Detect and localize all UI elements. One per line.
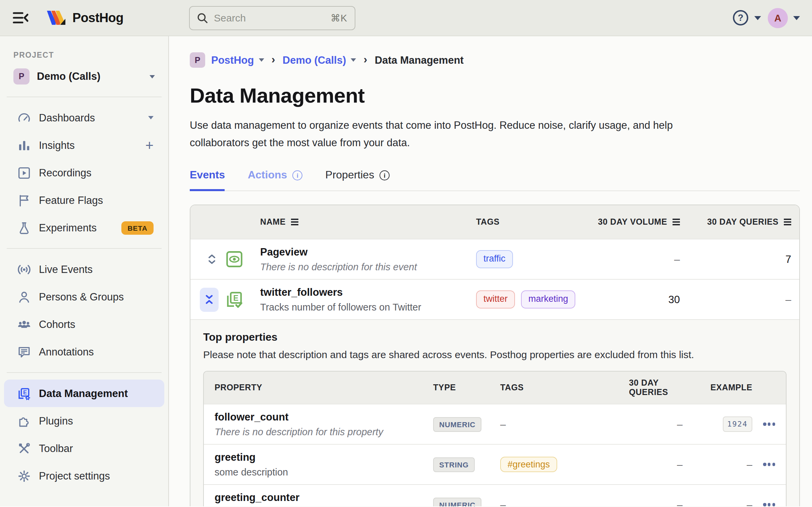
search-shortcut: ⌘K [331, 12, 347, 23]
sidebar-item-label: Plugins [39, 415, 154, 427]
plus-icon[interactable]: + [145, 138, 154, 152]
chevron-down-icon [148, 116, 154, 119]
column-header-volume[interactable]: 30 day volume [597, 217, 691, 227]
sidebar-item-label: Persons & Groups [39, 291, 154, 303]
expand-row-button[interactable] [198, 253, 225, 265]
project-avatar: P [13, 68, 30, 84]
column-header-name[interactable]: Name [260, 217, 476, 227]
type-badge: STRING [433, 457, 475, 472]
project-section-label: PROJECT [0, 46, 168, 66]
tab-label: Properties [325, 169, 374, 181]
tab-actions[interactable]: Actions i [248, 169, 302, 191]
tab-events[interactable]: Events [190, 169, 225, 191]
breadcrumb-project-link[interactable]: Demo (Calls) [283, 54, 356, 66]
breadcrumb: P PostHog › Demo (Calls) › Data Manageme… [190, 52, 800, 68]
flag-icon [17, 193, 31, 207]
tab-bar: Events Actions i Properties i [190, 169, 800, 191]
properties-table-header: Property Type Tags 30 day queries Exampl… [204, 372, 786, 404]
top-properties-title: Top properties [203, 331, 787, 343]
column-header-type: Type [433, 383, 500, 392]
page-title: Data Management [190, 84, 800, 108]
chevron-down-icon [754, 16, 761, 20]
cohorts-icon [17, 318, 31, 331]
sidebar-item-persons-groups[interactable]: Persons & Groups [4, 283, 164, 311]
avatar: A [768, 8, 788, 28]
sidebar-item-label: Insights [39, 139, 137, 151]
sidebar-item-cohorts[interactable]: Cohorts [4, 311, 164, 338]
column-header-label: Example [710, 383, 752, 392]
chevron-right-icon: › [362, 53, 368, 67]
example-value: 1924 [722, 416, 752, 432]
chevron-down-icon [258, 58, 264, 62]
help-menu[interactable]: ? [732, 9, 761, 26]
person-icon [17, 290, 31, 303]
search-input[interactable] [214, 12, 325, 23]
chevron-down-icon [150, 75, 155, 78]
account-menu[interactable]: A [768, 8, 800, 28]
sidebar-item-label: Experiments [39, 222, 113, 234]
column-header-queries: 30 day queries [629, 378, 683, 397]
queries-value: – [629, 499, 683, 506]
example-value: – [683, 459, 752, 470]
column-header-tags: Tags [476, 217, 597, 227]
event-name-link[interactable]: twitter_followers [260, 286, 343, 298]
property-description: There is no description for this propert… [215, 427, 433, 437]
more-options-icon[interactable] [752, 463, 775, 466]
top-bar: PostHog ⌘K ? A [0, 0, 812, 36]
collapse-sidebar-icon[interactable] [12, 10, 30, 25]
breadcrumb-label: PostHog [211, 54, 254, 66]
sidebar-item-toolbar[interactable]: Toolbar [4, 435, 164, 462]
posthog-logo-icon [47, 10, 67, 25]
divider [7, 372, 162, 373]
tab-properties[interactable]: Properties i [325, 169, 390, 191]
posthog-logo[interactable]: PostHog [47, 10, 123, 25]
breadcrumb-org-link[interactable]: PostHog [211, 54, 264, 66]
sidebar-item-live-events[interactable]: Live Events [4, 256, 164, 283]
beta-badge: BETA [121, 221, 154, 234]
sidebar-item-data-management[interactable]: E Data Management [4, 380, 164, 407]
property-name[interactable]: greeting [215, 451, 255, 463]
sort-icon [673, 219, 680, 225]
queries-value: – [629, 418, 683, 430]
sidebar-item-feature-flags[interactable]: Feature Flags [4, 186, 164, 214]
table-row-follower-count: follower_count There is no description f… [204, 404, 786, 444]
sidebar-item-project-settings[interactable]: Project settings [4, 462, 164, 490]
table-row-greeting: greeting some description STRING #greeti… [204, 444, 786, 484]
sidebar-item-label: Live Events [39, 263, 154, 275]
sidebar-item-label: Dashboards [39, 112, 140, 124]
flask-icon [17, 221, 31, 234]
sidebar-item-experiments[interactable]: Experiments BETA [4, 214, 164, 241]
sidebar-item-dashboards[interactable]: Dashboards [4, 104, 164, 131]
sidebar-item-recordings[interactable]: Recordings [4, 159, 164, 186]
page-description: Use data management to organize events t… [190, 117, 714, 152]
more-options-icon[interactable] [752, 503, 775, 506]
tags-value: – [500, 418, 629, 430]
sidebar-item-insights[interactable]: Insights + [4, 131, 164, 159]
divider [7, 97, 162, 97]
project-switcher[interactable]: P Demo (Calls) [0, 66, 168, 94]
table-row-twitter-followers: E twitter_followers Tracks number of fol… [190, 279, 799, 319]
tag-twitter: twitter [476, 291, 515, 308]
column-header-example: Example [683, 383, 752, 392]
table-row-greeting-counter: greeting_counter Counts number of greeti… [204, 484, 786, 506]
tags-value: – [500, 499, 629, 506]
collapse-row-button[interactable] [200, 287, 219, 312]
column-header-label: 30 day queries [707, 217, 778, 227]
info-icon: i [292, 170, 302, 180]
global-search[interactable]: ⌘K [189, 6, 355, 30]
event-name-link[interactable]: Pageview [260, 246, 307, 258]
column-header-label: 30 day volume [598, 217, 668, 227]
gear-icon [17, 469, 31, 483]
svg-text:?: ? [738, 13, 744, 23]
sidebar-item-label: Recordings [39, 167, 154, 179]
verified-event-icon: E [225, 290, 243, 308]
property-name[interactable]: greeting_counter [215, 492, 299, 503]
sidebar-item-plugins[interactable]: Plugins [4, 407, 164, 435]
more-options-icon[interactable] [752, 423, 775, 426]
column-header-queries[interactable]: 30 day queries [691, 217, 791, 227]
insights-icon [17, 138, 31, 152]
sidebar-item-annotations[interactable]: Annotations [4, 338, 164, 365]
top-properties-table: Property Type Tags 30 day queries Exampl… [203, 371, 787, 506]
column-header-label: Type [433, 383, 456, 392]
property-name[interactable]: follower_count [215, 411, 288, 422]
